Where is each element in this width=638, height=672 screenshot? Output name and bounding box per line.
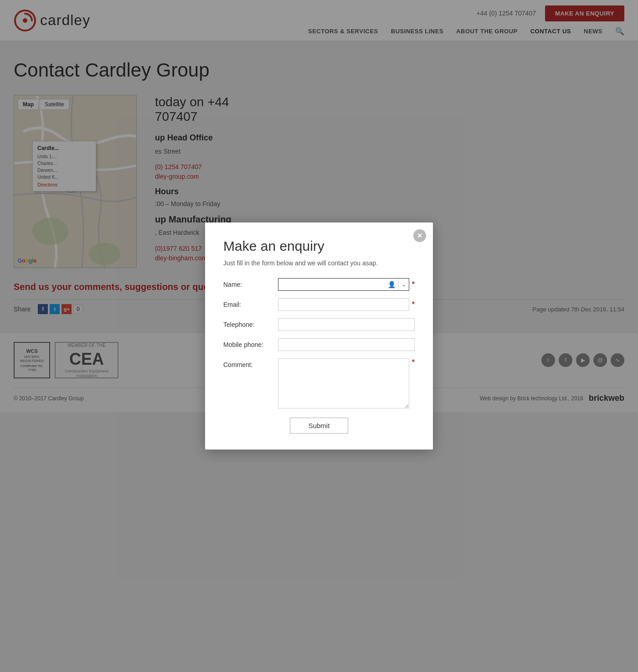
email-field-wrap: *: [278, 298, 415, 311]
comment-row: Comment: *: [223, 358, 415, 408]
name-dropdown-arrow[interactable]: ⌄: [398, 279, 409, 290]
mobile-row: Mobile phone:: [223, 338, 415, 351]
email-label: Email:: [223, 298, 273, 308]
email-required: *: [412, 300, 415, 309]
modal-subtitle: Just fill in the form below and we will …: [223, 259, 415, 267]
name-field-wrap: 👤 ⌄ *: [278, 278, 415, 291]
modal-title: Make an enquiry: [223, 238, 415, 254]
person-icon: 👤: [385, 281, 398, 288]
telephone-row: Telephone:: [223, 318, 415, 331]
name-input-wrap: 👤 ⌄: [278, 278, 409, 291]
enquiry-modal: ✕ Make an enquiry Just fill in the form …: [205, 222, 433, 412]
comment-field-wrap: *: [278, 358, 415, 408]
name-row: Name: 👤 ⌄ *: [223, 278, 415, 291]
mobile-label: Mobile phone:: [223, 338, 273, 348]
mobile-input[interactable]: [278, 338, 415, 351]
telephone-input[interactable]: [278, 318, 415, 331]
telephone-field-wrap: [278, 318, 415, 331]
name-label: Name:: [223, 278, 273, 288]
modal-close-button[interactable]: ✕: [413, 229, 426, 242]
comment-required: *: [412, 358, 415, 367]
name-input[interactable]: [278, 279, 385, 290]
email-input[interactable]: [278, 298, 409, 311]
modal-overlay[interactable]: ✕ Make an enquiry Just fill in the form …: [0, 0, 638, 412]
name-required: *: [412, 280, 415, 289]
comment-label: Comment:: [223, 358, 273, 368]
comment-textarea[interactable]: [278, 358, 409, 408]
email-row: Email: *: [223, 298, 415, 311]
mobile-field-wrap: [278, 338, 415, 351]
telephone-label: Telephone:: [223, 318, 273, 328]
